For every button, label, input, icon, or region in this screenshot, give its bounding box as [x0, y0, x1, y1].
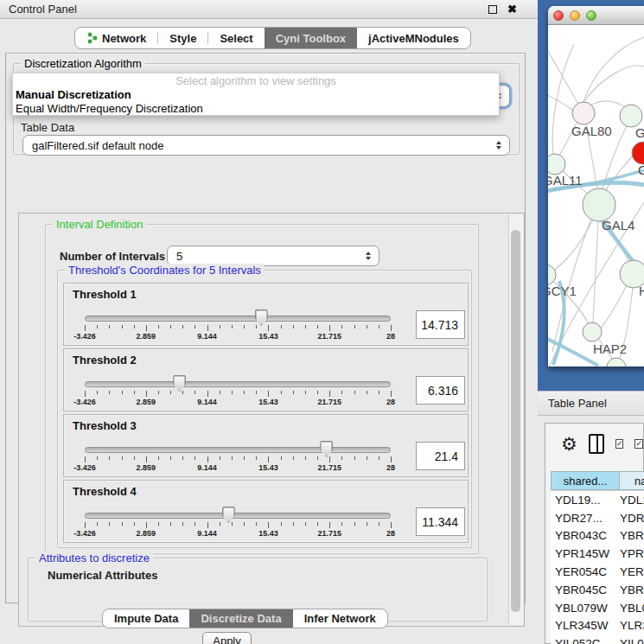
axis-tick — [194, 325, 195, 328]
cyni-toolbox-panel: Discretization Algorithm Table Data galF… — [5, 53, 526, 603]
table-cell: YPR1 — [620, 547, 644, 560]
network-node[interactable] — [607, 358, 626, 367]
algorithm-option-2[interactable]: Equal Width/Frequency Discretization — [13, 102, 499, 116]
gear-icon[interactable]: ⚙ — [561, 435, 577, 453]
axis-tick — [268, 325, 269, 331]
axis-tick — [97, 456, 98, 460]
table-cell: YBR0 — [620, 583, 644, 596]
table-row[interactable]: YPR145WYPR1 — [551, 545, 644, 563]
axis-tick — [305, 391, 306, 394]
table-cell: YLR3 — [620, 619, 644, 632]
discretization-algorithm-group-title: Discretization Algorithm — [21, 57, 145, 70]
app-root: Control Panel ✖ NetworkStyleSelectCyni T… — [0, 0, 644, 644]
network-canvas[interactable]: GAL80GACGAL11GAL4GCY1HHAP2 — [548, 25, 644, 367]
select-column-checkbox-icon[interactable]: ✓ — [634, 439, 643, 449]
axis-tick — [256, 456, 257, 460]
axis-tick — [232, 325, 233, 328]
tab-style[interactable]: Style — [158, 28, 207, 48]
threshold-value-field[interactable]: 6.316 — [416, 376, 465, 405]
slider-thumb[interactable] — [222, 507, 235, 523]
panel-vertical-scrollbar[interactable] — [508, 214, 523, 625]
network-node-gal11[interactable] — [548, 154, 565, 175]
tab-select[interactable]: Select — [208, 28, 264, 48]
axis-tick — [341, 456, 342, 460]
table-column-header-1[interactable]: shared... — [551, 471, 620, 490]
axis-tick — [182, 522, 183, 526]
slider-thumb[interactable] — [173, 375, 186, 392]
table-data-combobox[interactable]: galFiltered.sif default node — [22, 135, 510, 156]
axis-tick — [379, 456, 379, 460]
tab-network[interactable]: Network — [75, 28, 157, 48]
tab-infer-network[interactable]: Infer Network — [293, 609, 387, 628]
network-node-gal80[interactable] — [572, 102, 595, 124]
network-node-c[interactable] — [632, 142, 644, 164]
interval-definition-title: Interval Definition — [53, 218, 146, 231]
axis-tick — [317, 325, 318, 328]
float-window-icon[interactable] — [488, 5, 497, 14]
table-row[interactable]: YIL052CYIL0 — [551, 634, 644, 644]
window-zoom-button[interactable] — [586, 10, 596, 21]
table-row[interactable]: YDL19...YDL1 — [551, 491, 644, 509]
apply-button[interactable]: Apply — [202, 632, 252, 644]
axis-tick — [293, 456, 294, 460]
axis-tick — [317, 456, 318, 460]
window-minimize-button[interactable] — [570, 10, 580, 21]
axis-tick — [268, 522, 269, 528]
network-node-hap2[interactable] — [583, 322, 602, 341]
slider-track[interactable] — [85, 316, 391, 322]
axis-tick-label: 15.43 — [258, 332, 278, 341]
axis-tick — [194, 391, 195, 394]
network-node-ga[interactable] — [620, 105, 642, 127]
axis-tick-label: 15.43 — [258, 398, 278, 406]
axis-tick — [182, 456, 183, 460]
slider-thumb[interactable] — [320, 441, 333, 457]
slider-track[interactable] — [85, 513, 391, 519]
table-row[interactable]: YLR345WYLR3 — [551, 617, 644, 635]
algorithm-option-1[interactable]: Manual Discretization — [13, 88, 499, 102]
network-node-label: C — [638, 163, 644, 177]
axis-tick — [329, 456, 330, 462]
window-close-button[interactable] — [553, 10, 564, 21]
table-row[interactable]: YDR27...YDR2 — [551, 509, 644, 527]
table-row[interactable]: YBR045CYBR0 — [551, 581, 644, 599]
thresholds-group-title: Threshold's Coordinates for 5 Intervals — [65, 264, 265, 277]
threshold-value-field[interactable]: 21.4 — [416, 442, 465, 470]
tab-cyni-toolbox[interactable]: Cyni Toolbox — [265, 28, 357, 48]
table-panel-toolbar: ⚙ ✓ ✓ — [545, 424, 643, 463]
table-row[interactable]: YER054CYER0 — [551, 563, 644, 581]
network-node-label: GAL11 — [548, 173, 583, 188]
axis-tick — [268, 391, 269, 397]
tab-discretize-data[interactable]: Discretize Data — [189, 609, 292, 628]
table-column-header-2[interactable]: na — [620, 471, 644, 490]
table-cell: YLR345W — [551, 619, 620, 632]
axis-tick-label: 28 — [386, 398, 395, 406]
axis-tick — [158, 391, 159, 394]
axis-tick — [256, 391, 257, 394]
control-panel-titlebar: Control Panel ✖ — [0, 0, 538, 19]
network-edge — [590, 101, 628, 109]
table-data-value: galFiltered.sif default node — [32, 139, 163, 152]
number-of-intervals-value: 5 — [176, 250, 182, 263]
axis-tick — [256, 522, 257, 526]
axis-tick — [97, 522, 98, 526]
axis-tick — [329, 325, 330, 331]
table-row[interactable]: YBR043CYBR0 — [551, 527, 644, 545]
slider-thumb[interactable] — [255, 309, 268, 326]
select-all-checkbox-icon[interactable]: ✓ — [615, 439, 624, 449]
axis-tick — [85, 391, 86, 397]
threshold-value-field[interactable]: 11.344 — [416, 507, 465, 536]
axis-tick — [379, 391, 379, 394]
network-node-gal4[interactable] — [583, 188, 615, 221]
tab-impute-data[interactable]: Impute Data — [103, 609, 189, 628]
threshold-group-4: Threshold 4-3.4262.8599.14415.4321.71528… — [63, 480, 469, 543]
axis-tick — [194, 522, 195, 526]
slider-track[interactable] — [85, 381, 391, 387]
slider-track[interactable] — [85, 447, 391, 453]
node-attribute-table: shared...na YDL19...YDL1YDR27...YDR2YBR0… — [551, 471, 644, 644]
close-icon[interactable]: ✖ — [507, 5, 517, 14]
column-layout-icon[interactable] — [589, 434, 604, 454]
tab-jactivemnodules[interactable]: jActiveMNodules — [357, 28, 470, 48]
table-row[interactable]: YBL079WYBL0 — [551, 599, 644, 617]
axis-tick-label: 15.43 — [258, 463, 278, 472]
threshold-value-field[interactable]: 14.713 — [416, 310, 465, 339]
